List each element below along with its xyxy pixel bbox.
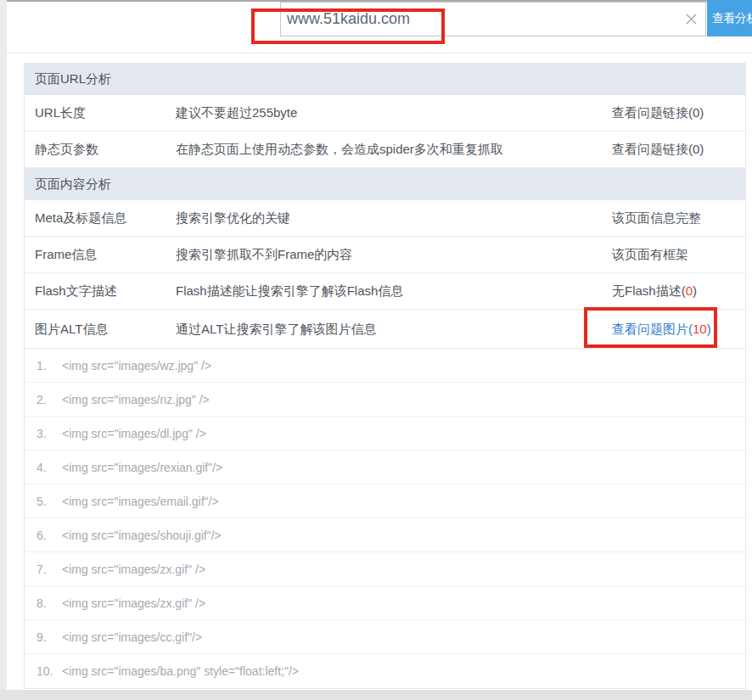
row-result: 查看问题链接(0) <box>612 95 704 131</box>
image-list-item-7: 7.<img src="images/zx.gif" /> <box>25 552 745 586</box>
table-row-url-length: URL长度 建议不要超过255byte 查看问题链接(0) <box>25 95 745 132</box>
row-description: Flash描述能让搜索引擎了解该Flash信息 <box>176 273 403 309</box>
clear-input-icon[interactable] <box>683 11 699 27</box>
image-list-item-8: 8.<img src="images/zx.gif" /> <box>25 586 745 620</box>
item-number: 7. <box>36 553 57 586</box>
row-description: 搜索引擎抓取不到Frame的内容 <box>176 237 352 272</box>
image-issue-count: 10 <box>693 322 707 336</box>
img-tag-code: <img src="images/wz.jpg" /> <box>62 359 211 372</box>
img-tag-code: <img src="images/zx.gif" /> <box>62 596 205 610</box>
img-tag-code: <img src="images/nz.jpg" /> <box>62 393 210 406</box>
item-number: 1. <box>36 350 57 383</box>
row-label: 图片ALT信息 <box>35 310 108 348</box>
view-problem-images-link[interactable]: 查看问题图片(10) <box>612 310 711 348</box>
bottom-gutter <box>0 690 752 700</box>
row-label: URL长度 <box>35 95 86 131</box>
row-description: 通过ALT让搜索引擎了解该图片信息 <box>176 310 376 348</box>
row-result: 该页面信息完整 <box>612 200 701 236</box>
row-result: 无Flash描述(0) <box>612 273 697 309</box>
image-list-item-10: 10.<img src="images/ba.png" style="float… <box>25 654 745 688</box>
row-description: 搜索引擎优化的关键 <box>176 200 290 236</box>
image-list-item-1: 1.<img src="images/wz.jpg" /> <box>25 349 745 383</box>
item-number: 4. <box>36 451 57 484</box>
row-description: 在静态页面上使用动态参数，会造成spider多次和重复抓取 <box>176 132 503 167</box>
analyze-button[interactable]: 查看分析 <box>707 0 752 36</box>
url-input[interactable]: www.51kaidu.com <box>280 2 706 36</box>
url-input-value: www.51kaidu.com <box>287 3 410 35</box>
row-label: 静态页参数 <box>35 132 98 167</box>
analysis-table: 页面URL分析 URL长度 建议不要超过255byte 查看问题链接(0) 静态… <box>24 63 746 689</box>
item-number: 6. <box>36 519 57 552</box>
table-row-image-alt: 图片ALT信息 通过ALT让搜索引擎了解该图片信息 查看问题图片(10) <box>25 310 745 349</box>
img-tag-code: <img src="images/shouji.gif"/> <box>62 529 222 542</box>
section-header-content-analysis: 页面内容分析 <box>25 168 745 200</box>
row-result: 该页面有框架 <box>612 237 688 272</box>
table-row-meta-title: Meta及标题信息 搜索引擎优化的关键 该页面信息完整 <box>25 200 745 237</box>
image-list-item-6: 6.<img src="images/shouji.gif"/> <box>25 518 745 552</box>
item-number: 8. <box>36 587 57 620</box>
img-tag-code: <img src="images/ba.png" style="float:le… <box>62 664 299 678</box>
header-divider <box>7 53 752 53</box>
row-description: 建议不要超过255byte <box>176 95 297 131</box>
row-label: Flash文字描述 <box>35 273 117 309</box>
item-number: 2. <box>36 384 57 417</box>
img-tag-code: <img src="images/cc.gif"/> <box>62 630 202 644</box>
table-row-static-params: 静态页参数 在静态页面上使用动态参数，会造成spider多次和重复抓取 查看问题… <box>25 132 745 168</box>
img-tag-code: <img src="images/rexian.gif"/> <box>62 461 222 474</box>
row-result: 查看问题链接(0) <box>612 132 704 167</box>
row-label: Frame信息 <box>35 237 97 272</box>
image-list-item-9: 9.<img src="images/cc.gif"/> <box>25 620 745 654</box>
image-list-item-2: 2.<img src="images/nz.jpg" /> <box>25 383 745 417</box>
item-number: 9. <box>36 621 57 654</box>
row-label: Meta及标题信息 <box>35 200 126 236</box>
img-tag-code: <img src="images/zx.gif" /> <box>62 563 205 576</box>
left-gutter <box>0 0 7 690</box>
item-number: 3. <box>36 417 57 451</box>
item-number: 10. <box>36 655 57 688</box>
section-header-url-analysis: 页面URL分析 <box>25 63 745 95</box>
table-row-flash-desc: Flash文字描述 Flash描述能让搜索引擎了解该Flash信息 无Flash… <box>25 273 745 310</box>
image-list-item-4: 4.<img src="images/rexian.gif"/> <box>25 451 745 484</box>
image-list-item-3: 3.<img src="images/dl.jpg" /> <box>25 417 745 451</box>
flash-issue-count: 0 <box>686 283 693 298</box>
image-list-item-5: 5.<img src="images/email.gif"/> <box>25 484 745 518</box>
x-icon <box>683 11 699 27</box>
img-tag-code: <img src="images/email.gif"/> <box>62 495 219 508</box>
item-number: 5. <box>36 485 57 518</box>
table-row-frame-info: Frame信息 搜索引擎抓取不到Frame的内容 该页面有框架 <box>25 237 745 273</box>
img-tag-code: <img src="images/dl.jpg" /> <box>62 427 206 440</box>
